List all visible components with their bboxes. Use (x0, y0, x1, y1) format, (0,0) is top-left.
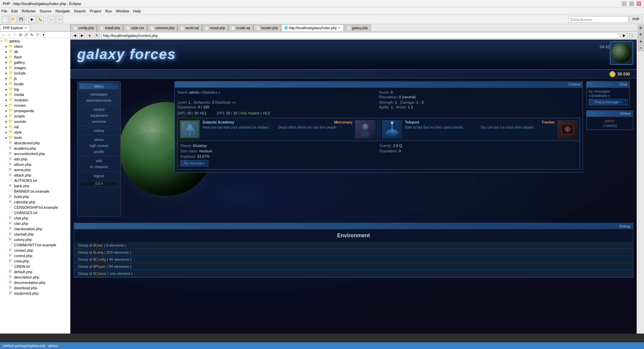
menu-high-scores[interactable]: high scores (79, 143, 119, 149)
maximize-btn[interactable]: □ (629, 1, 634, 6)
menu-messages[interactable]: messages (79, 91, 119, 97)
toolbar-save[interactable]: 💾 (17, 16, 25, 23)
exp-up[interactable]: ↑ (12, 32, 17, 38)
tree-item-galaxy[interactable]: ▾ 📁 galaxy (0, 38, 70, 44)
addr-back-btn[interactable]: ◀ (72, 33, 78, 39)
tree-item-equipment[interactable]: ▶ ⚙ equipment.php (0, 291, 70, 296)
menu-project[interactable]: Project (90, 9, 101, 13)
tree-item-sql[interactable]: ▶ 📁 sql (0, 124, 70, 130)
tab-world-sql[interactable]: 📄 world.sql (177, 24, 202, 31)
minimize-btn[interactable]: ─ (622, 1, 627, 6)
tab-config-php[interactable]: 📄 config.php (70, 24, 97, 31)
dump-row-lang[interactable]: Dump of $Lang ( 839 elements ) (74, 249, 633, 256)
tree-item-tools[interactable]: ▶ 📁 tools (0, 135, 70, 140)
tab-header-php[interactable]: 📄 header.php (253, 24, 281, 31)
tree-item-bank[interactable]: ▶ ⚙ bank.php (0, 183, 70, 189)
addr-open-btn[interactable]: ⌂ (629, 33, 635, 39)
tree-item-abandoned[interactable]: ▶ ⚙ abandoned.php (0, 140, 70, 146)
exp-filter[interactable]: ▽ (35, 32, 40, 38)
tree-item-community[interactable]: ▶ 📄 COMMUNITY.txt.example (0, 242, 70, 248)
toolbar-back[interactable]: ← (48, 16, 55, 23)
exp-forward[interactable]: → (6, 32, 12, 38)
tree-item-default[interactable]: ▶ ⚙ default.php (0, 269, 70, 275)
tree-item-movies[interactable]: ▶ 📁 movies (0, 103, 70, 108)
tree-item-media[interactable]: ▶ 📁 media (0, 92, 70, 97)
toolbar-php-btn[interactable]: PHP (629, 16, 643, 23)
tab-php-explorer[interactable]: PHP Explorer ✕ (0, 24, 30, 31)
dump-row-config[interactable]: Dump of $Config ( 45 elements ) (74, 256, 633, 263)
menu-whois[interactable]: whois (79, 137, 119, 143)
menu-file[interactable]: File (1, 9, 7, 13)
tree-item-attack[interactable]: ▶ ⚙ attack.php (0, 172, 70, 178)
menu-logout[interactable]: logout (79, 173, 119, 179)
menu-source[interactable]: Source (40, 9, 51, 13)
tree-item-images[interactable]: ▶ 📁 images (0, 65, 70, 70)
tab-install-sql[interactable]: 📄 install.sql (228, 24, 253, 31)
address-input[interactable]: http://localhost/galaxy/control.php (101, 33, 619, 39)
toolbar-forward[interactable]: → (56, 16, 63, 23)
exp-back[interactable]: ← (1, 32, 6, 38)
tree-item-changes[interactable]: ▶ 📄 CHANGES.txt (0, 210, 70, 215)
no-messages-btn[interactable]: No messages (180, 160, 208, 166)
menu-window[interactable]: Window (116, 9, 129, 13)
tree-item-album[interactable]: ▶ ⚙ album.php (0, 162, 70, 167)
exp-menu[interactable]: ▾ (41, 32, 46, 38)
tree-item-chat[interactable]: ▶ ⚙ chat.php (0, 215, 70, 221)
tree-item-ads[interactable]: ▶ ⚙ ads.php (0, 156, 70, 162)
side-btn-3[interactable]: ◈ (638, 38, 644, 44)
addr-stop-btn[interactable]: ■ (87, 33, 93, 39)
exp-collapse[interactable]: ⊟ (18, 32, 23, 38)
tree-item-calendar[interactable]: ▶ ⚙ calendar.php (0, 199, 70, 205)
tree-item-control[interactable]: ▶ ⚙ control.php (0, 253, 70, 258)
side-btn-2[interactable]: ⚙ (638, 32, 644, 38)
menu-control[interactable]: control (79, 106, 119, 112)
explorer-tree[interactable]: ▾ 📁 galaxy ▶ 📁 class ▶ 📁 db ▶ 📁 flash ▶ (0, 38, 70, 334)
tab-install-php[interactable]: 📄 install.php (97, 24, 123, 31)
menu-universe[interactable]: universe (79, 118, 119, 124)
menu-advertisements[interactable]: advertisements (79, 97, 119, 103)
tree-item-banner[interactable]: ▶ 📄 BANNER.txt.example (0, 189, 70, 194)
distribute-link[interactable]: Distribute »> (215, 100, 236, 104)
tree-item-modules[interactable]: ▶ 📁 modules (0, 97, 70, 103)
tree-item-arena[interactable]: ▶ ⚙ arena.php (0, 167, 70, 172)
menu-run[interactable]: Run (105, 9, 112, 13)
tree-item-js[interactable]: ▶ 📁 js (0, 76, 70, 81)
tree-item-scripts[interactable]: ▶ 📁 scripts (0, 113, 70, 119)
addr-forward-btn[interactable]: ▶ (79, 33, 85, 39)
post-message-btn[interactable]: Post a message » (589, 99, 628, 105)
tree-item-crew-txt[interactable]: ▶ 📄 CREW.txt (0, 264, 70, 269)
tab-php-explorer-close[interactable]: ✕ (24, 26, 27, 30)
tab-galaxy-php[interactable]: 📄 galaxy.php (344, 24, 371, 31)
side-btn-4[interactable]: ≡ (638, 45, 644, 51)
tree-item-locale[interactable]: ▶ 📁 locale (0, 81, 70, 87)
menu-equipment[interactable]: equipment (79, 112, 119, 118)
tree-item-gallery[interactable]: ▶ 📁 gallery (0, 60, 70, 65)
emoticons-link[interactable]: » Emoticons « (589, 94, 610, 98)
tab-close-galaxy-index[interactable]: ✕ (338, 26, 341, 30)
dump-row-player[interactable]: Dump of $Player ( 94 elements ) (74, 263, 633, 270)
exp-link[interactable]: 🔗 (23, 32, 29, 38)
close-btn[interactable]: ✕ (637, 1, 641, 6)
tree-item-flash[interactable]: ▶ 📁 flash (0, 54, 70, 60)
tree-item-clandonation[interactable]: ▶ ⚙ clandonation.php (0, 226, 70, 232)
menu-irc[interactable]: irc channel (79, 164, 119, 170)
tree-item-include[interactable]: ▶ 📁 include (0, 70, 70, 76)
tree-item-sounds[interactable]: ▶ 📁 sounds (0, 119, 70, 124)
card-teleport-tracker[interactable]: Teleport Tracker Gate to fast (but not f… (380, 118, 580, 141)
tab-mysql-php[interactable]: 📄 mysql.php (202, 24, 228, 31)
toolbar-run[interactable]: ▶ (29, 16, 36, 23)
addr-go-btn[interactable]: ▶ (621, 33, 628, 39)
exp-refresh[interactable]: ↻ (29, 32, 35, 38)
menu-edit[interactable]: Edit (11, 9, 18, 13)
addr-refresh-btn[interactable]: ↻ (94, 33, 100, 39)
menu-help[interactable]: Help (133, 9, 141, 13)
menu-colony[interactable]: colony (79, 128, 119, 134)
dump-row-user[interactable]: Dump of $User ( 8 elements ) (74, 242, 633, 249)
tree-item-accountlocked[interactable]: ▶ ⚙ accountlocked.php (0, 151, 70, 156)
stats-link[interactable]: «Statistics » (201, 90, 220, 94)
menu-wiki[interactable]: wiki (79, 158, 119, 164)
tree-item-clan[interactable]: ▶ ⚙ clan.php (0, 221, 70, 226)
tree-item-propaganda[interactable]: ▶ 📁 propaganda (0, 108, 70, 113)
game-frame[interactable]: galaxy forces 04:42 50 000 (70, 40, 637, 334)
tree-item-clanhall[interactable]: ▶ ⚙ clanhall.php (0, 232, 70, 237)
